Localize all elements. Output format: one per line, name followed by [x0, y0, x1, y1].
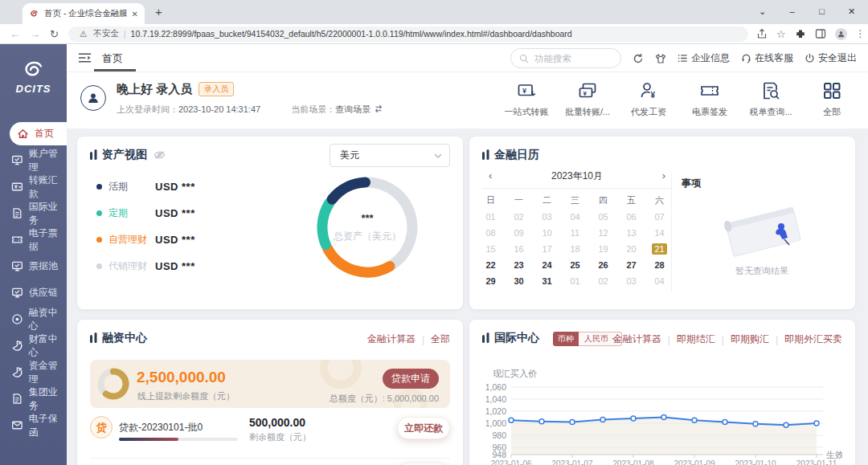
calendar-day[interactable]: 03 — [617, 273, 645, 289]
tab-close-icon[interactable]: ✕ — [132, 10, 138, 18]
calendar-day[interactable]: 17 — [533, 241, 561, 257]
calendar-day[interactable]: 19 — [589, 241, 617, 257]
calendar-day[interactable]: 14 — [645, 225, 674, 241]
sidebar-item-group[interactable]: 集团业务 — [0, 385, 67, 412]
sidebar-item-wealth[interactable]: 财富中心 — [0, 332, 67, 359]
calendar-day[interactable]: 05 — [589, 209, 617, 225]
calendar-day[interactable]: 15 — [477, 241, 505, 257]
legend-value: USD *** — [155, 181, 195, 193]
sidebar-item-financing[interactable]: 融资中心 — [0, 306, 67, 332]
window-close-icon[interactable]: ✕ — [837, 0, 866, 24]
scene-switch-icon[interactable] — [374, 104, 383, 113]
calendar-day[interactable]: 29 — [477, 273, 505, 289]
calendar-next-icon[interactable]: › — [662, 167, 665, 185]
safe-logout-button[interactable]: 安全退出 — [805, 51, 857, 65]
reload-icon[interactable]: ↻ — [50, 28, 59, 40]
calendar-day[interactable]: 07 — [645, 209, 674, 225]
quick-action-batch-transfer[interactable]: ¥批量转账/... — [564, 80, 611, 118]
financing-link-1[interactable]: 全部 — [431, 332, 450, 346]
international-link-2[interactable]: 即期购汇 — [731, 332, 769, 346]
sidebar-item-funds[interactable]: 资金管理 — [0, 359, 67, 385]
repay-now-button[interactable]: 立即还款 — [397, 417, 450, 439]
sidebar-item-account[interactable]: 账户管理 — [0, 147, 67, 173]
calendar-day[interactable]: 06 — [617, 209, 645, 225]
quick-action-salary-payment[interactable]: ¥代发工资 — [625, 80, 672, 118]
welcome-sub: 上次登录时间：2023-10-20 14:31:47 当前场景：查询场景 — [117, 104, 383, 116]
calendar-day[interactable]: 12 — [589, 225, 617, 241]
calendar-day[interactable]: 25 — [561, 257, 589, 273]
calendar-day[interactable]: 10 — [533, 225, 561, 241]
url-bar[interactable]: ⚠ 不安全 | 10.7.19.22:8999/fpaas_bucket/941… — [68, 27, 748, 42]
quick-action-tax-query[interactable]: 税单查询... — [747, 80, 794, 118]
company-info-button[interactable]: 企业信息 — [678, 51, 730, 65]
bookmark-star-icon[interactable]: ☆ — [776, 28, 786, 40]
online-service-button[interactable]: 在线客服 — [741, 51, 793, 65]
tab-home[interactable]: 首页 — [102, 44, 123, 72]
theme-skin-icon[interactable] — [655, 53, 666, 64]
refresh-icon[interactable] — [633, 53, 644, 64]
sidebar-item-international[interactable]: 国际业务 — [0, 200, 67, 226]
international-link-0[interactable]: 金融计算器 — [613, 332, 661, 346]
calendar-day[interactable]: 11 — [561, 225, 589, 241]
calendar-day[interactable]: 04 — [645, 273, 674, 289]
calendar-day[interactable]: 22 — [477, 257, 505, 273]
calendar-day-selected[interactable]: 21 — [645, 241, 674, 257]
calendar-day[interactable]: 16 — [505, 241, 533, 257]
quota-ring-chart — [96, 367, 130, 401]
eye-off-icon[interactable] — [154, 150, 166, 160]
extension-puzzle-icon[interactable] — [795, 28, 806, 39]
sidebar-item-transfer[interactable]: ¥转账汇款 — [0, 173, 67, 200]
search-input[interactable] — [533, 53, 605, 64]
sidebar-item-supplychain[interactable]: 供应链 — [0, 279, 67, 306]
sidebar-item-eguarantee[interactable]: 电子保函 — [0, 412, 67, 438]
pie-icon — [11, 340, 23, 352]
function-search[interactable] — [510, 48, 621, 68]
asset-legend: 活期USD ***定期USD ***自营理财USD ***代销理财USD *** — [96, 173, 195, 279]
calendar-day[interactable]: 01 — [561, 273, 589, 289]
new-tab-button[interactable]: + — [155, 3, 162, 21]
sidebar-item-ebill[interactable]: 电子票据 — [0, 226, 67, 253]
calendar-day[interactable]: 30 — [505, 273, 533, 289]
sidebar-item-home[interactable]: 首页 — [10, 122, 67, 145]
calendar-day[interactable]: 18 — [561, 241, 589, 257]
window-chevron-icon[interactable]: ⌄ — [747, 0, 777, 24]
calendar-day[interactable]: 02 — [505, 209, 533, 225]
international-link-3[interactable]: 即期外汇买卖 — [784, 332, 842, 346]
calendar-day[interactable]: 09 — [505, 225, 533, 241]
calendar-day[interactable]: 23 — [505, 257, 533, 273]
calendar-day[interactable]: 27 — [617, 257, 645, 273]
calendar-day[interactable]: 31 — [533, 273, 561, 289]
browser-tab[interactable]: 首页 - 企业综合金融服务平台 ✕ — [23, 3, 145, 24]
side-panel-icon[interactable] — [815, 28, 826, 39]
calendar-day[interactable]: 24 — [533, 257, 561, 273]
forward-icon[interactable]: → — [30, 28, 40, 40]
calendar-day[interactable]: 20 — [617, 241, 645, 257]
window-minimize-icon[interactable]: – — [777, 0, 807, 24]
financing-link-0[interactable]: 金融计算器 — [367, 332, 416, 346]
calendar-day[interactable]: 02 — [589, 273, 617, 289]
window-maximize-icon[interactable]: □ — [807, 0, 837, 24]
calendar-day[interactable]: 03 — [533, 209, 561, 225]
calendar-day[interactable]: 26 — [589, 257, 617, 273]
sidebar-item-label: 票据池 — [29, 259, 58, 273]
quick-action-onestop-transfer[interactable]: ¥一站式转账 — [503, 80, 550, 118]
browser-menu-icon[interactable]: ⋮ — [856, 28, 866, 39]
browser-profile-avatar[interactable] — [835, 28, 847, 40]
currency-dropdown[interactable]: 美元 — [330, 144, 450, 167]
loan-apply-button[interactable]: 贷款申请 — [383, 369, 439, 389]
remaining-quota-value: 2,500,000.00 — [137, 369, 226, 386]
quick-action-label: 批量转账/... — [565, 106, 610, 118]
calendar-day[interactable]: 01 — [477, 209, 505, 225]
back-icon[interactable]: ← — [10, 28, 20, 40]
calendar-day[interactable]: 04 — [561, 209, 589, 225]
current-scene[interactable]: 当前场景：查询场景 — [291, 104, 383, 116]
share-icon[interactable] — [756, 28, 768, 39]
calendar-day[interactable]: 28 — [645, 257, 674, 273]
calendar-day[interactable]: 08 — [477, 225, 505, 241]
quick-action-all[interactable]: 全部 — [809, 80, 855, 118]
international-link-1[interactable]: 即期结汇 — [677, 332, 715, 346]
collapse-menu-icon[interactable] — [78, 52, 92, 63]
sidebar-item-billpool[interactable]: 票据池 — [0, 253, 67, 279]
quick-action-ebill-issue[interactable]: 电票签发 — [686, 80, 733, 118]
calendar-day[interactable]: 13 — [617, 225, 645, 241]
